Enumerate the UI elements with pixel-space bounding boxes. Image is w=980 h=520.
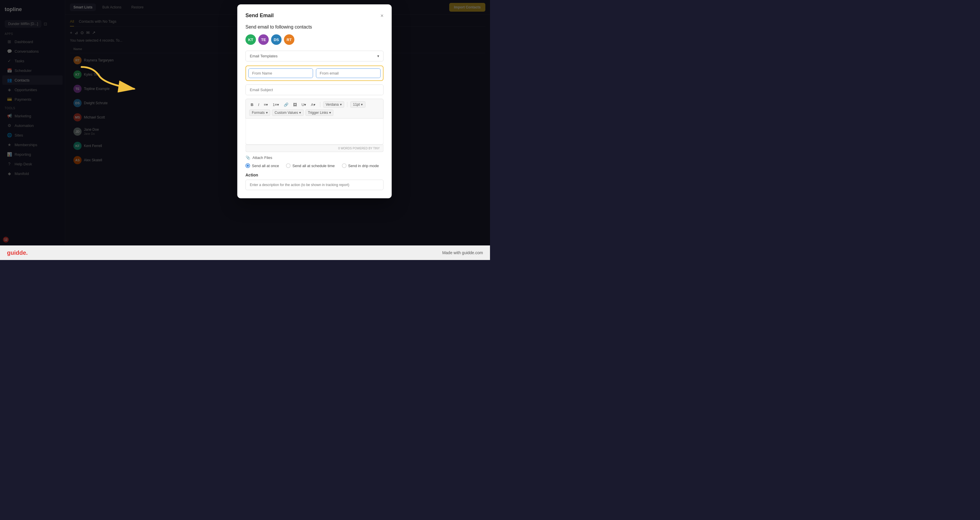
editor-toolbar: B I ≡▾ 1≡▾ 🔗 🖼 U▾ A▾ Verdana ▾ 11pt ▾ Fo…: [246, 99, 383, 119]
toolbar-separator-2: [347, 102, 348, 107]
send-email-modal: Send Email × Send email to following con…: [237, 4, 392, 198]
send-option-0[interactable]: Send all at once: [246, 163, 279, 168]
send-option-label: Send in drip mode: [348, 163, 379, 168]
chevron-down-icon: ▾: [361, 103, 363, 106]
italic-button[interactable]: I: [257, 101, 261, 108]
editor-body[interactable]: [246, 119, 383, 145]
radio-circle: [246, 163, 250, 168]
radio-circle: [342, 163, 346, 168]
email-templates-dropdown[interactable]: Email Templates ▾: [246, 51, 383, 62]
action-description-input[interactable]: [246, 180, 383, 190]
attach-files-row[interactable]: 📎 Attach Files: [246, 155, 383, 160]
font-size-selector[interactable]: 11pt ▾: [350, 101, 365, 108]
send-option-label: Send all at once: [252, 163, 279, 168]
toolbar-separator: [320, 102, 320, 107]
editor-container: B I ≡▾ 1≡▾ 🔗 🖼 U▾ A▾ Verdana ▾ 11pt ▾ Fo…: [246, 99, 383, 152]
ordered-list-button[interactable]: 1≡▾: [271, 101, 280, 108]
modal-subtitle: Send email to following contacts: [246, 24, 383, 30]
highlight-button[interactable]: A▾: [309, 101, 317, 108]
from-name-input[interactable]: [248, 68, 313, 78]
custom-values-dropdown[interactable]: Custom Values ▾: [272, 109, 304, 116]
send-option-1[interactable]: Send all at schedule time: [286, 163, 335, 168]
guidde-bar: guidde. Made with guidde.com: [0, 246, 490, 260]
formats-label: Formats: [252, 111, 265, 115]
email-subject-input[interactable]: [246, 84, 383, 95]
custom-values-label: Custom Values: [275, 111, 298, 115]
word-count-label: 0 WORDS POWERED BY TINY: [338, 147, 380, 150]
underline-button[interactable]: U▾: [300, 101, 308, 108]
image-button[interactable]: 🖼: [292, 101, 298, 108]
formats-dropdown[interactable]: Formats ▾: [249, 109, 270, 116]
contact-avatar: RT: [284, 34, 294, 45]
template-placeholder: Email Templates: [250, 54, 278, 58]
guidde-logo: guidde.: [7, 249, 28, 256]
contact-avatars-row: KTTEDSRT: [246, 34, 383, 45]
from-email-input[interactable]: [316, 68, 381, 78]
modal-title: Send Email: [246, 13, 274, 19]
contact-avatar: TE: [258, 34, 269, 45]
action-section-label: Action: [246, 173, 383, 177]
chevron-down-icon: ▾: [266, 111, 268, 115]
link-button[interactable]: 🔗: [282, 101, 290, 108]
modal-header: Send Email ×: [246, 13, 383, 19]
modal-close-button[interactable]: ×: [380, 13, 383, 18]
send-option-label: Send all at schedule time: [293, 163, 335, 168]
unordered-list-button[interactable]: ≡▾: [262, 101, 270, 108]
paperclip-icon: 📎: [246, 155, 250, 160]
font-size-label: 11pt: [353, 103, 360, 106]
editor-footer: 0 WORDS POWERED BY TINY: [246, 145, 383, 152]
chevron-down-icon: ▾: [329, 111, 331, 115]
chevron-down-icon: ▾: [340, 103, 342, 106]
radio-circle: [286, 163, 291, 168]
font-name-label: Verdana: [326, 103, 339, 106]
attach-files-label: Attach Files: [253, 155, 272, 160]
contact-avatar: KT: [246, 34, 256, 45]
chevron-down-icon: ▾: [377, 54, 379, 58]
contact-avatar: DS: [271, 34, 282, 45]
bold-button[interactable]: B: [249, 101, 255, 108]
from-fields-container: [246, 65, 383, 81]
chevron-down-icon: ▾: [299, 111, 301, 115]
trigger-links-label: Trigger Links: [308, 111, 328, 115]
guidde-tagline: Made with guidde.com: [442, 250, 483, 255]
trigger-links-dropdown[interactable]: Trigger Links ▾: [305, 109, 334, 116]
send-option-2[interactable]: Send in drip mode: [342, 163, 379, 168]
font-name-selector[interactable]: Verdana ▾: [323, 101, 344, 108]
send-options: Send all at onceSend all at schedule tim…: [246, 163, 383, 168]
